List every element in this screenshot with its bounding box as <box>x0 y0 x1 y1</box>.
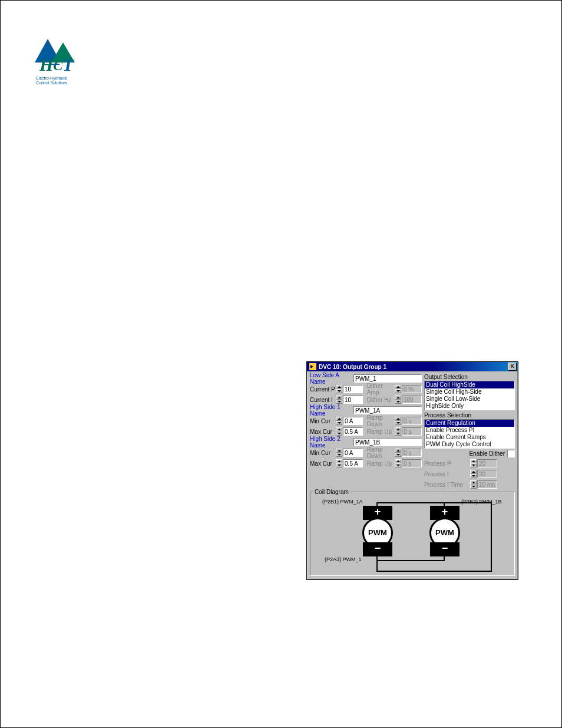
output-option-1: Single Coil High-Side <box>425 388 514 396</box>
current-i-spinner[interactable]: 10 <box>336 396 363 404</box>
hs1-ramp-down-label: Ramp Down <box>367 414 395 427</box>
dialog-icon <box>309 363 316 370</box>
hs2-ramp-up-label: Ramp Up <box>367 460 395 467</box>
high-side-1-label: High Side 1 Name <box>310 404 353 417</box>
close-button[interactable]: X <box>508 363 517 371</box>
output-selection-label: Output Selection <box>424 374 515 380</box>
hs1-ramp-up-spinner: 0 s <box>395 427 422 436</box>
process-selection-label: Process Selection <box>424 412 515 419</box>
hs1-ramp-down-spinner: 0 s <box>395 417 422 425</box>
hs2-max-label: Max Cur <box>310 460 336 467</box>
output-selection-list[interactable]: Dual Coil HighSide Single Coil High-Side… <box>424 381 515 410</box>
process-option-0: Current Regulation <box>425 420 514 427</box>
company-logo: HCT Electro-Hydraulic Control Solutions <box>35 36 94 89</box>
process-i-time-spinner: 10 ms <box>470 480 497 489</box>
logo-tagline-2: Control Solutions <box>36 81 67 85</box>
process-p-spinner: 20 <box>470 459 497 467</box>
process-option-2: Enable Current Ramps <box>425 434 514 441</box>
current-i-label: Current I <box>310 397 336 403</box>
coil-label-bottom: (P2A3) PWM_1 <box>325 556 362 562</box>
process-i-time-label: Process I Time <box>424 482 470 488</box>
hs1-max-label: Max Cur <box>310 429 336 435</box>
coil-diagram-legend: Coil Diagram <box>313 489 351 495</box>
hs2-ramp-down-spinner: 0 s <box>395 449 422 457</box>
enable-dither-checkbox[interactable] <box>507 450 515 457</box>
dialog-title: DVC 10: Output Group 1 <box>319 364 386 370</box>
process-i-label: Process I <box>424 471 470 477</box>
hs2-ramp-down-label: Ramp Down <box>367 446 395 459</box>
low-side-a-label: Low Side A Name <box>310 372 353 385</box>
output-option-2: Single Coil Low-Side <box>425 396 514 403</box>
coil-diagram: + PWM − + PWM − <box>313 496 512 573</box>
process-option-3: PWM Duty Cycle Control <box>425 441 514 448</box>
output-option-3: HighSide Only <box>425 403 514 410</box>
hs2-min-spinner[interactable]: 0 A <box>336 449 363 457</box>
current-p-label: Current P <box>310 386 336 393</box>
close-icon: X <box>510 363 514 369</box>
enable-dither-label: Enable Dither <box>469 450 505 457</box>
dither-amp-spinner: 0 % <box>395 385 422 393</box>
hs1-min-spinner[interactable]: 0 A <box>336 417 363 425</box>
hs2-ramp-up-spinner: 0 s <box>395 459 422 467</box>
process-i-spinner: 20 <box>470 470 497 478</box>
logo-tagline-1: Electro-Hydraulic <box>36 76 67 80</box>
hs1-min-label: Min Cur <box>310 418 336 424</box>
dither-hz-spinner: 100 <box>395 396 422 404</box>
hs1-ramp-up-label: Ramp Up <box>367 429 395 435</box>
high-side-1-input[interactable]: PWM_1A <box>353 406 422 414</box>
coil-label-a: (P2B1) PWM_1A <box>322 499 363 505</box>
hs1-max-spinner[interactable]: 0.5 A <box>336 427 363 436</box>
hs2-min-label: Min Cur <box>310 450 336 456</box>
coil-diagram-group: Coil Diagram + PWM − + <box>310 492 515 576</box>
process-selection-list[interactable]: Current Regulation Enable Process PI Ena… <box>424 419 515 449</box>
dither-amp-label: Dither Amp <box>367 383 395 396</box>
output-option-0: Dual Coil HighSide <box>425 381 514 388</box>
current-p-spinner[interactable]: 10 <box>336 385 363 393</box>
process-option-1: Enable Process PI <box>425 427 514 434</box>
process-p-label: Process P <box>424 460 470 467</box>
high-side-2-label: High Side 2 Name <box>310 436 353 449</box>
high-side-2-input[interactable]: PWM_1B <box>353 438 422 446</box>
hs2-max-spinner[interactable]: 0.5 A <box>336 459 363 467</box>
dither-hz-label: Dither Hz <box>367 397 395 403</box>
coil-label-b: (P2B2) PWM_1B <box>461 499 502 505</box>
low-side-a-input[interactable]: PWM_1 <box>353 374 422 383</box>
output-group-dialog: DVC 10: Output Group 1 X Low Side A Name… <box>306 361 518 580</box>
dialog-titlebar[interactable]: DVC 10: Output Group 1 X <box>307 362 518 371</box>
